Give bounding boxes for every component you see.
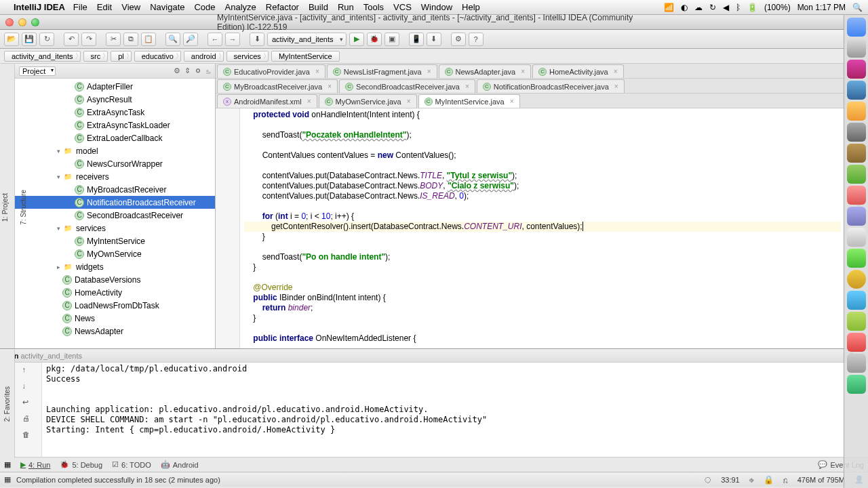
status-git-icon[interactable]: ⎌ (783, 476, 788, 484)
crumb-4[interactable]: android (184, 51, 224, 62)
tree-item-homeactivity[interactable]: CHomeActivity (15, 286, 215, 299)
dock-app-icon[interactable] (847, 249, 866, 268)
editor-tab-notificationbroadcastreceiver-java[interactable]: CNotificationBroadcastReceiver.java× (477, 79, 625, 93)
editor-tab-myintentservice-java[interactable]: CMyIntentService.java× (418, 94, 520, 108)
editor-tab-androidmanifest-xml[interactable]: xAndroidManifest.xml× (217, 94, 317, 108)
copy-button[interactable]: ⧉ (123, 33, 138, 46)
tree-item-myintentservice[interactable]: CMyIntentService (15, 235, 215, 247)
sdk-button[interactable]: ⬇ (427, 33, 441, 46)
tree-item-extraasynctask[interactable]: CExtraAsyncTask (15, 106, 215, 119)
tree-item-databaseversions[interactable]: CDatabaseVersions (15, 273, 215, 286)
redo-button[interactable]: ↷ (81, 33, 96, 46)
make-button[interactable]: ⬇ (250, 33, 264, 46)
project-tree[interactable]: CAdapterFillerCAsyncResultCExtraAsyncTas… (15, 79, 215, 348)
editor-tab-newslistfragment-java[interactable]: CNewsListFragment.java× (327, 64, 437, 78)
crumb-5[interactable]: services (226, 51, 269, 62)
coverage-button[interactable]: ▣ (384, 33, 399, 46)
tab-close-icon[interactable]: × (307, 98, 311, 105)
tree-item-newscursorwrapper[interactable]: CNewsCursorWrapper (15, 157, 215, 170)
dock-android-icon[interactable] (847, 312, 866, 331)
tab-close-icon[interactable]: × (315, 68, 319, 75)
paste-button[interactable]: 📋 (141, 33, 156, 46)
status-lock-icon[interactable]: 🔒 (764, 475, 774, 485)
tool-structure[interactable]: 7: Structure (18, 188, 28, 226)
tree-item-news[interactable]: CNews (15, 312, 215, 325)
tree-item-extraasynctaskloader[interactable]: CExtraAsyncTaskLoader (15, 119, 215, 131)
undo-button[interactable]: ↶ (64, 33, 79, 46)
status-insert-icon[interactable]: ⎆ (749, 476, 754, 484)
editor-gutter[interactable] (216, 108, 240, 348)
dock-app-icon[interactable] (847, 39, 866, 58)
menu-navigate[interactable]: Navigate (150, 2, 184, 12)
dock-app-icon[interactable] (847, 102, 866, 121)
menu-refactor[interactable]: Refactor (266, 2, 299, 12)
run-config-dropdown[interactable]: activity_and_itents (267, 33, 347, 46)
status-memory[interactable]: 476M of 795M (797, 476, 845, 484)
menu-analyze[interactable]: Analyze (225, 2, 256, 12)
editor-tab-educativoprovider-java[interactable]: CEducativoProvider.java× (217, 64, 326, 78)
crumb-3[interactable]: educativo (134, 51, 181, 62)
status-battery-icon[interactable]: 🔋 (747, 3, 757, 12)
tree-item-services[interactable]: ▾📁services (15, 222, 215, 235)
menu-view[interactable]: View (121, 2, 140, 12)
dock-app-icon[interactable] (847, 123, 866, 142)
replace-button[interactable]: 🔎 (183, 33, 198, 46)
status-network-icon[interactable]: ◐ (681, 3, 688, 12)
status-sync-icon[interactable]: ↻ (709, 3, 716, 12)
dock-app-icon[interactable] (847, 60, 866, 79)
sync-button[interactable]: ↻ (39, 33, 54, 46)
tree-item-newsadapter[interactable]: CNewsAdapter (15, 325, 215, 338)
dock-finder-icon[interactable] (847, 18, 866, 37)
back-button[interactable]: ← (208, 33, 222, 46)
tree-item-myownservice[interactable]: CMyOwnService (15, 247, 215, 260)
menu-tools[interactable]: Tools (363, 2, 384, 12)
find-button[interactable]: 🔍 (165, 33, 180, 46)
tool-android[interactable]: 🤖Android (161, 460, 199, 469)
window-zoom-button[interactable] (31, 18, 39, 26)
tree-item-receivers[interactable]: ▾📁receivers (15, 170, 215, 183)
dock-app-icon[interactable] (847, 354, 866, 373)
code-editor[interactable]: protected void onHandleIntent(Intent int… (240, 108, 845, 348)
menu-run[interactable]: Run (338, 2, 354, 12)
project-hide-icon[interactable]: ⎁ (206, 66, 211, 75)
status-spotlight-icon[interactable]: 🔍 (852, 3, 863, 12)
dock-app-icon[interactable] (847, 333, 866, 352)
scroll-up-button[interactable]: ↑ (22, 365, 35, 378)
tree-item-notificationbroadcastreceiver[interactable]: CNotificationBroadcastReceiver (15, 196, 215, 209)
scroll-down-button[interactable]: ↓ (22, 382, 35, 394)
forward-button[interactable]: → (225, 33, 240, 46)
status-clock[interactable]: Mon 1:17 PM (797, 3, 846, 12)
project-autoscroll-icon[interactable]: ⭘ (195, 66, 202, 75)
menu-vcs[interactable]: VCS (393, 2, 412, 12)
tree-item-mybroadcastreceiver[interactable]: CMyBroadcastReceiver (15, 183, 215, 196)
tab-close-icon[interactable]: × (328, 83, 332, 90)
menu-help[interactable]: Help (462, 2, 480, 12)
editor-tab-mybroadcastreceiver-java[interactable]: CMyBroadcastReceiver.java× (217, 79, 338, 93)
status-cloud-icon[interactable]: ☁ (694, 3, 703, 12)
dock-app-icon[interactable] (847, 207, 866, 226)
open-button[interactable]: 📂 (4, 33, 19, 46)
clear-button[interactable]: 🗑 (22, 430, 35, 443)
tree-item-asyncresult[interactable]: CAsyncResult (15, 93, 215, 106)
save-button[interactable]: 💾 (22, 33, 37, 46)
menu-edit[interactable]: Edit (97, 2, 112, 12)
dock-calendar-icon[interactable] (847, 144, 866, 163)
app-menu[interactable]: IntelliJ IDEA (14, 2, 65, 12)
menu-window[interactable]: Window (421, 2, 452, 12)
debug-button[interactable]: 🐞 (367, 33, 382, 46)
settings-button[interactable]: ⚙ (451, 33, 466, 46)
status-progress-icon[interactable]: ◌ (705, 475, 711, 484)
tab-close-icon[interactable]: × (427, 68, 431, 75)
status-volume-icon[interactable]: ◀ (723, 3, 729, 12)
project-settings-icon[interactable]: ⚙ (174, 66, 180, 75)
editor-tab-secondbroadcastreceiver-java[interactable]: CSecondBroadcastReceiver.java× (339, 79, 475, 93)
status-caret-pos[interactable]: 33:91 (721, 476, 740, 484)
tree-item-loadnewsfromdbtask[interactable]: CLoadNewsFromDbTask (15, 299, 215, 312)
tree-item-widgets[interactable]: ▸📁widgets (15, 260, 215, 273)
project-collapse-icon[interactable]: ⇕ (184, 66, 191, 75)
status-corner-icon[interactable]: ▦ (4, 475, 11, 484)
crumb-6[interactable]: MyIntentService (271, 51, 340, 62)
bottom-left-corner-icon[interactable]: ▦ (4, 460, 11, 469)
dock-safari-icon[interactable] (847, 81, 866, 100)
status-bluetooth-icon[interactable]: ᛒ (736, 3, 741, 12)
